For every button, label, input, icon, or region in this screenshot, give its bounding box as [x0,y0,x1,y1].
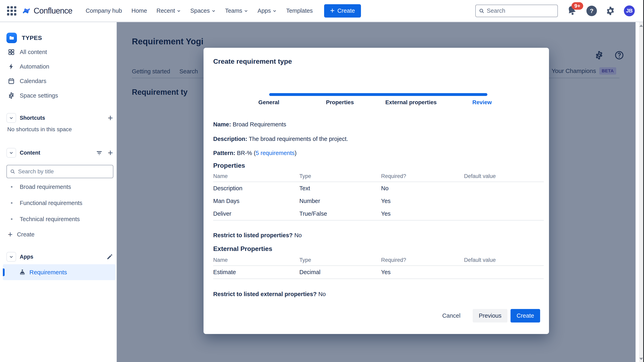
external-properties-table-header: Name Type Required? Default value [213,257,544,266]
add-content-button[interactable]: + [108,148,113,157]
sidebar-item-requirements[interactable]: Requirements [3,264,116,280]
step-external-properties: External properties [376,99,446,106]
bullet-icon [11,202,12,204]
chevron-down-icon [244,9,248,13]
global-create-button[interactable]: + Create [324,4,361,18]
content-section-header: Content + [6,146,113,160]
chevron-down-icon [212,9,216,13]
shortcuts-title: Shortcuts [20,115,45,121]
yogi-meditation-icon [19,269,26,276]
requirements-count-link[interactable]: 5 requirements [256,150,294,156]
content-item-functional-requirements[interactable]: Functional requirements [6,195,113,211]
table-row: Description Text No [213,182,544,195]
notification-badge: 9+ [572,2,583,10]
sidebar-menu: All content Automation Calendars Space s… [6,45,113,103]
gear-icon [6,92,16,99]
review-name-line: Name: Broad Requirements [213,121,286,128]
bullet-icon [11,186,12,188]
apps-collapse-toggle[interactable] [6,252,16,262]
nav-item-spaces[interactable]: Spaces [190,8,216,14]
shortcuts-section-header: Shortcuts + [6,111,113,125]
plus-icon: + [330,7,334,14]
help-button[interactable]: ? [586,6,597,16]
space-avatar-folder-icon [6,33,17,43]
app-switcher-icon[interactable] [7,6,16,16]
external-properties-table: Name Type Required? Default value Estima… [213,257,544,279]
table-row: Deliver True/False Yes [213,207,544,220]
bolt-icon [6,63,16,70]
brand-name: Confluence [34,6,72,15]
confluence-logo[interactable]: Confluence [22,6,72,15]
nav-item-apps[interactable]: Apps [258,8,276,14]
chevron-down-icon [9,255,14,259]
sidebar-item-calendars[interactable]: Calendars [6,74,113,88]
content-collapse-toggle[interactable] [6,148,16,158]
sidebar-item-all-content[interactable]: All content [6,45,113,59]
nav-right-cluster: 9+ ? JB [475,5,635,17]
search-input[interactable] [487,8,554,14]
review-pattern-line: Pattern: BR-% (5 requirements) [213,150,296,156]
vertical-scrollbar[interactable] [639,22,643,362]
user-avatar[interactable]: JB [624,6,635,16]
content-item-broad-requirements[interactable]: Broad requirements [6,179,113,195]
plus-icon: + [8,230,12,238]
wizard-steps: General Properties External properties R… [233,99,518,106]
properties-heading: Properties [213,162,245,169]
chevron-down-icon [9,116,14,120]
space-name: TYPES [22,35,42,41]
space-header[interactable]: TYPES [6,33,113,43]
calendar-icon [6,78,16,84]
step-properties: Properties [304,99,376,106]
step-review: Review [446,99,518,106]
create-requirement-type-dialog: Create requirement type General Properti… [204,48,549,334]
apps-section-header: Apps [6,250,113,264]
sidebar-item-automation[interactable]: Automation [6,59,113,74]
content-search[interactable] [6,165,113,178]
create-button[interactable]: Create [510,309,540,322]
notifications-button[interactable]: 9+ [566,5,578,17]
chevron-down-icon [177,9,181,13]
review-description-line: Description: The broad requirements of t… [213,136,348,142]
pencil-edit-icon[interactable] [106,254,113,260]
search-icon [479,8,484,14]
table-row: Man Days Number Yes [213,195,544,207]
apps-title: Apps [20,254,34,260]
space-sidebar: TYPES All content Automation Calendars [0,22,117,362]
sidebar-create-button[interactable]: + Create [6,227,113,242]
add-shortcut-button[interactable]: + [108,113,113,122]
nav-item-recent[interactable]: Recent [156,8,181,14]
chevron-down-icon [9,150,14,155]
properties-table: Name Type Required? Default value Descri… [213,173,544,221]
dialog-footer: Cancel Previous Create [436,309,540,322]
dialog-title: Create requirement type [213,57,292,65]
top-navigation: Confluence Company hub Home Recent Space… [0,0,644,22]
nav-item-home[interactable]: Home [132,8,147,14]
requirements-app-label: Requirements [30,269,67,276]
content-search-input[interactable] [18,168,110,175]
nav-menu: Company hub Home Recent Spaces Teams App… [86,8,313,14]
previous-button[interactable]: Previous [473,309,508,322]
content-title: Content [20,150,40,156]
table-row: Estimate Decimal Yes [213,266,544,279]
filter-icon[interactable] [96,149,103,156]
step-general: General [233,99,304,106]
shortcuts-collapse-toggle[interactable] [6,113,16,123]
external-properties-heading: External Properties [213,245,272,253]
scroll-down-arrow[interactable] [639,358,643,360]
restrict-properties-line: Restrict to listed properties? No [213,232,302,239]
global-search[interactable] [475,5,558,17]
settings-gear-icon[interactable] [605,6,616,16]
cancel-button[interactable]: Cancel [436,309,466,322]
nav-item-teams[interactable]: Teams [225,8,248,14]
question-mark-icon: ? [590,8,594,14]
sidebar-item-space-settings[interactable]: Space settings [6,88,113,103]
selected-indicator [3,268,5,276]
properties-table-header: Name Type Required? Default value [213,173,544,182]
restrict-external-properties-line: Restrict to listed external properties? … [213,291,326,297]
content-item-technical-requirements[interactable]: Technical requirements [6,211,113,227]
nav-item-templates[interactable]: Templates [286,8,313,14]
nav-item-company-hub[interactable]: Company hub [86,8,122,14]
chevron-down-icon [272,9,276,13]
scroll-up-arrow[interactable] [639,25,643,27]
search-icon [10,169,15,174]
